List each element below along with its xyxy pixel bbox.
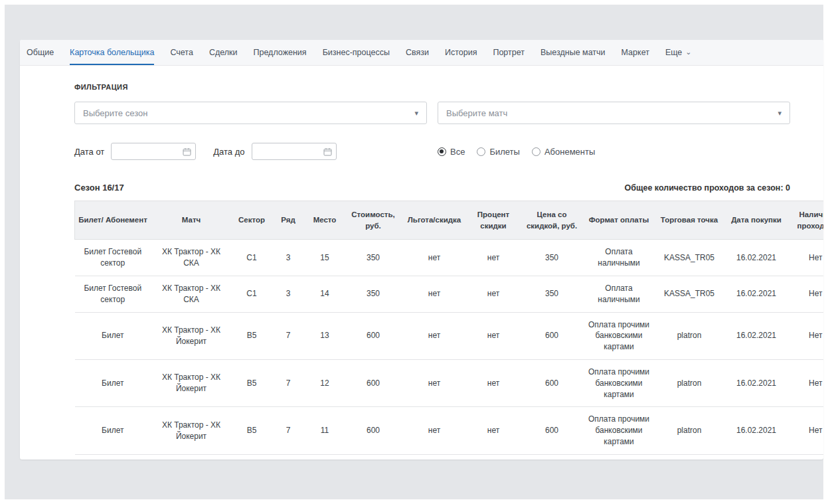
table-cell: 600 [345,407,402,454]
table-cell: Билет [75,359,151,406]
column-header: Место [305,201,345,240]
column-header: Стоимость, руб. [345,201,402,240]
table-cell: 14 [305,276,345,312]
table-cell: 15 [305,240,345,276]
ticket-type-radio-1[interactable]: Билеты [477,147,519,157]
column-header: Формат оплаты [584,201,654,240]
table-cell: Оплата наличными [584,276,654,312]
tab-4[interactable]: Предложения [254,40,307,65]
tab-9[interactable]: Выездные матчи [540,40,606,65]
table-cell: нет [467,359,520,406]
table-cell: Нет [788,312,823,359]
table-cell: С1 [232,240,272,276]
table-cell: Нет [788,276,823,312]
table-cell: нет [467,454,520,460]
season-select[interactable]: Выберите сезон ▾ [74,102,427,124]
tab-2[interactable]: Счета [170,40,193,65]
date-from-input[interactable] [114,144,183,159]
tab-3[interactable]: Сделки [209,40,238,65]
table-cell: нет [467,276,520,312]
column-header: Ряд [272,201,305,240]
table-cell: нет [402,359,467,406]
tab-6[interactable]: Связи [406,40,429,65]
tab-7[interactable]: История [445,40,477,65]
date-from-label: Дата от [74,147,104,157]
table-cell: С2 [232,454,272,460]
table-cell: 3 [272,240,305,276]
table-cell: 11 [305,407,345,454]
filter-section-title: ФИЛЬТРАЦИЯ [74,83,790,91]
table-cell: 600 [345,359,402,406]
table-cell: ХК Трактор - ХК Металлург Мг [151,454,232,460]
table-cell: нет [467,312,520,359]
table-cell: Оплата прочими банковскими картами [584,312,654,359]
ticket-type-radio-0[interactable]: Все [438,147,465,157]
tab-1[interactable]: Карточка болельщика [70,40,154,65]
tab-bar: ОбщиеКарточка болельщикаСчетаСделкиПредл… [20,40,823,66]
ticket-type-radio-2[interactable]: Абонементы [532,147,595,157]
chevron-down-icon: ▾ [414,109,418,118]
filter-dates-row: Дата от Дата до ВсеБилетыАбонементы [74,143,790,160]
table-row: БилетХК Трактор - ХК ЙокеритВ5711600нетн… [75,407,824,454]
table-cell: 3 [272,276,305,312]
column-header: Билет/ Абонемент [75,201,151,240]
table-cell: Нет [788,359,823,406]
table-cell: 350 [345,276,402,312]
ticket-type-radio-group: ВсеБилетыАбонементы [438,147,790,157]
table-cell: 3 [272,454,305,460]
match-select[interactable]: Выберите матч ▾ [438,102,790,124]
table-cell: 600 [345,312,402,359]
table-cell: В5 [232,407,272,454]
table-cell: 350 [520,240,584,276]
radio-label: Абонементы [544,147,595,157]
tab-10[interactable]: Маркет [621,40,649,65]
table-cell: Оплата прочими банковскими картами [584,359,654,406]
content-area: ФИЛЬТРАЦИЯ Выберите сезон ▾ Выберите мат… [20,66,823,460]
table-cell: 16.02.2021 [724,240,788,276]
table-cell: 400 [345,454,402,460]
table-cell: нет [402,312,467,359]
tab-11[interactable]: Еще⌄ [665,40,692,65]
table-cell: Нет [788,407,823,454]
column-header: Матч [151,201,232,240]
table-cell: Нет [788,454,823,460]
table-cell: нет [402,407,467,454]
tab-8[interactable]: Портрет [493,40,525,65]
table-cell: 600 [520,312,584,359]
tab-5[interactable]: Бизнес-процессы [323,40,390,65]
tab-0[interactable]: Общие [27,40,54,65]
season-title: Сезон 16/17 [74,183,124,193]
table-row: БилетХК Трактор - ХК ЙокеритВ5712600нетн… [75,359,824,406]
table-cell: нет [467,407,520,454]
column-header: Дата покупки [724,201,788,240]
calendar-icon[interactable] [323,147,332,156]
radio-label: Все [450,147,465,157]
date-to-input[interactable] [255,144,323,159]
table-cell: platron [654,312,724,359]
chevron-down-icon: ▾ [778,109,782,118]
table-cell: ХК Трактор - ХК СКА [151,276,232,312]
table-cell: ХК Трактор - ХК Йокерит [151,359,232,406]
table-cell: 16.02.2021 [724,407,788,454]
tickets-table: Билет/ АбонементМатчСекторРядМестоСтоимо… [74,201,823,460]
table-cell: platron [654,359,724,406]
table-cell: Оплата наличными [584,240,654,276]
table-cell: нет [402,454,467,460]
column-header: Торговая точка [654,201,724,240]
table-cell: KASSA_TR05 [654,276,724,312]
table-cell: Билет [75,407,151,454]
radio-icon [438,147,446,156]
season-header-row: Сезон 16/17 Общее количество проходов за… [74,183,790,193]
table-cell: 16.02.2021 [724,276,788,312]
radio-icon [532,147,540,156]
table-body: Билет Гостевой секторХК Трактор - ХК СКА… [75,240,824,460]
table-cell: KASSA_TR05 [654,240,724,276]
date-to-label: Дата до [213,147,244,157]
column-header: Льгота/скидка [402,201,467,240]
table-cell: Оплата прочими банковскими картами [584,407,654,454]
table-cell: platron [654,407,724,454]
table-cell: 13 [305,312,345,359]
calendar-icon[interactable] [183,147,191,156]
match-select-placeholder: Выберите матч [446,108,507,118]
table-cell: 7 [272,359,305,406]
